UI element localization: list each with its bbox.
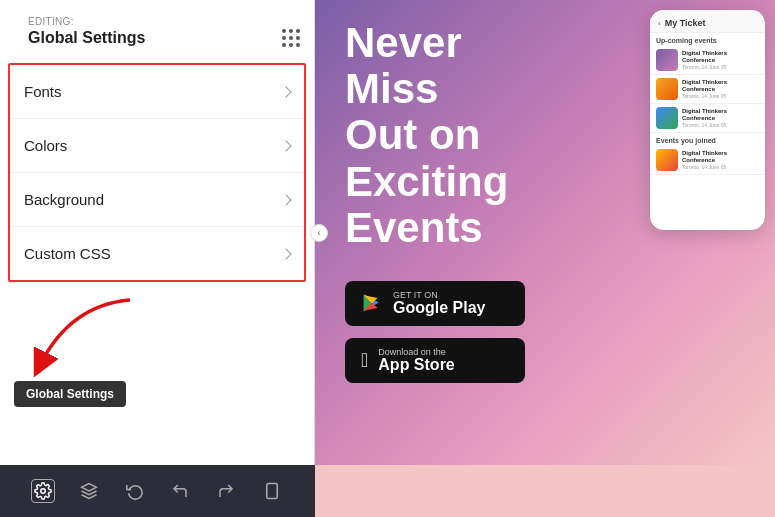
event-thumb-2: [656, 78, 678, 100]
event-info-4: Digital ThinkersConference Toronto, 14 J…: [682, 150, 759, 170]
event-date-3: Toronto, 14 June 05: [682, 122, 759, 128]
event-thumb-3: [656, 107, 678, 129]
event-title-3: Digital ThinkersConference: [682, 108, 759, 122]
editing-label: EDITING:: [14, 8, 159, 27]
phone-title: My Ticket: [665, 18, 706, 28]
layers-icon: [80, 482, 98, 500]
back-arrow-icon: ‹: [658, 19, 661, 28]
headline: Never Miss Out on Exciting Events: [345, 20, 565, 251]
settings-toolbar-icon[interactable]: [31, 479, 55, 503]
preview-panel: Never Miss Out on Exciting Events GET IT…: [315, 0, 775, 465]
chevron-right-icon: [280, 194, 291, 205]
phone-joined-event-item: Digital ThinkersConference Toronto, 14 J…: [650, 146, 765, 175]
global-settings-tooltip: Global Settings: [14, 381, 126, 407]
event-thumb-1: [656, 49, 678, 71]
app-store-button[interactable]:  Download on the App Store: [345, 338, 525, 383]
phone-header: ‹ My Ticket: [650, 10, 765, 33]
chevron-right-icon: [280, 248, 291, 259]
menu-item-colors-label: Colors: [24, 137, 67, 154]
menu-item-custom-css[interactable]: Custom CSS: [10, 227, 304, 280]
event-info-3: Digital ThinkersConference Toronto, 14 J…: [682, 108, 759, 128]
bottom-toolbar: [0, 465, 315, 517]
menu-item-colors[interactable]: Colors: [10, 119, 304, 173]
apple-icon: : [361, 350, 368, 370]
google-play-main-text: Google Play: [393, 300, 485, 316]
phone-event-item: Digital ThinkersConference Toronto, 14 J…: [650, 75, 765, 104]
app-store-main-text: App Store: [378, 357, 454, 373]
mobile-icon: [263, 482, 281, 500]
event-title-2: Digital ThinkersConference: [682, 79, 759, 93]
arrow-annotation: [10, 285, 170, 385]
event-date-1: Toronto, 14 June 05: [682, 64, 759, 70]
chevron-right-icon: [280, 140, 291, 151]
google-play-button[interactable]: GET IT ON Google Play: [345, 281, 525, 326]
joined-section-title: Events you joined: [650, 133, 765, 146]
event-info-1: Digital ThinkersConference Toronto, 14 J…: [682, 50, 759, 70]
right-bottom-spacer: [315, 465, 775, 517]
menu-item-fonts[interactable]: Fonts: [10, 65, 304, 119]
undo-icon: [171, 482, 189, 500]
menu-item-custom-css-label: Custom CSS: [24, 245, 111, 262]
svg-point-1: [41, 489, 46, 494]
menu-item-fonts-label: Fonts: [24, 83, 62, 100]
menu-item-background-label: Background: [24, 191, 104, 208]
collapse-panel-button[interactable]: ‹: [310, 224, 328, 242]
undo-toolbar-icon[interactable]: [168, 479, 192, 503]
bottom-bar: [0, 465, 775, 517]
upcoming-section-title: Up-coming events: [650, 33, 765, 46]
history-toolbar-icon[interactable]: [123, 479, 147, 503]
dots-menu-icon[interactable]: [282, 29, 300, 47]
google-play-icon: [361, 292, 383, 314]
redo-icon: [217, 482, 235, 500]
event-title-4: Digital ThinkersConference: [682, 150, 759, 164]
svg-marker-2: [81, 484, 96, 492]
chevron-right-icon: [280, 86, 291, 97]
mobile-toolbar-icon[interactable]: [260, 479, 284, 503]
phone-mockup: ‹ My Ticket Up-coming events Digital Thi…: [650, 10, 765, 230]
event-thumb-4: [656, 149, 678, 171]
history-icon: [126, 482, 144, 500]
redo-toolbar-icon[interactable]: [214, 479, 238, 503]
event-info-2: Digital ThinkersConference Toronto, 14 J…: [682, 79, 759, 99]
menu-item-background[interactable]: Background: [10, 173, 304, 227]
event-title-1: Digital ThinkersConference: [682, 50, 759, 64]
page-title: Global Settings: [14, 27, 159, 55]
phone-event-item: Digital ThinkersConference Toronto, 14 J…: [650, 46, 765, 75]
gear-icon: [34, 482, 52, 500]
store-buttons-container: GET IT ON Google Play  Download on the …: [345, 281, 525, 383]
layers-toolbar-icon[interactable]: [77, 479, 101, 503]
event-date-4: Toronto, 14 June 05: [682, 164, 759, 170]
event-date-2: Toronto, 14 June 05: [682, 93, 759, 99]
left-panel: EDITING: Global Settings Fonts Colors: [0, 0, 315, 465]
settings-menu-list: Fonts Colors Background Custom CSS: [8, 63, 306, 282]
phone-event-item: Digital ThinkersConference Toronto, 14 J…: [650, 104, 765, 133]
